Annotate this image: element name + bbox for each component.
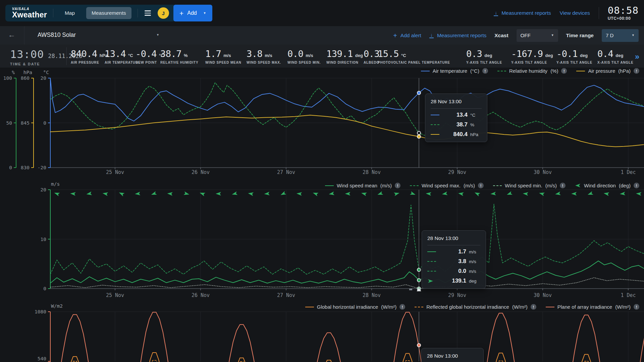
legend-unit: (deg) — [619, 183, 631, 188]
wind-direction-arrow — [603, 191, 609, 196]
tooltip-row: 139.1deg — [427, 278, 480, 284]
chevron-down-icon[interactable]: ▼ — [156, 34, 159, 37]
chevron-right-icon[interactable]: » — [635, 52, 639, 61]
wind-direction-arrow — [86, 191, 92, 196]
xweather-logo[interactable]: VAISALA Xweather — [12, 7, 47, 19]
wind-direction-arrow — [410, 191, 416, 196]
back-arrow-icon[interactable]: ← — [8, 31, 15, 39]
dash-swatch — [493, 185, 502, 186]
chart1-legend: Air temperature(°C)!Relative humidity(%)… — [421, 68, 639, 74]
chart1-tooltip: 28 Nov 13:0013.4°C38.7%840.4hPa — [425, 94, 487, 142]
view-devices-link[interactable]: View devices — [560, 10, 590, 16]
measurement-reports-link-2[interactable]: ↓ Measurement reports — [429, 33, 486, 39]
crosshair-marker — [417, 279, 421, 282]
measurement-label: WIND SPEED MIN. — [287, 61, 321, 64]
tooltip-swatch — [431, 134, 439, 135]
dash-swatch — [427, 261, 436, 262]
device-bar: ← AWS810 Solar ▼ + Add alert ↓ Measureme… — [0, 26, 644, 45]
wind-direction-arrow — [394, 191, 400, 196]
info-icon[interactable]: ! — [634, 304, 639, 310]
measurement-item: 0.0m/sWIND SPEED MIN. — [287, 49, 321, 64]
tooltip-title: 28 Nov 13:00 — [431, 98, 482, 105]
measurement-label: RELATIVE HUMIDITY — [160, 61, 198, 64]
axis-label: °C — [43, 70, 49, 75]
legend-label: Global horizontal irradiance — [317, 304, 378, 310]
chart3-legend: Global horizontal irradiance(W/m²)!Refle… — [305, 304, 639, 310]
axis-label: 30 Nov — [534, 169, 552, 175]
tooltip-unit: m/s — [469, 269, 480, 274]
measurement-value: 840.4 — [71, 49, 97, 59]
legend-item[interactable]: Wind speed min.(m/s)! — [493, 183, 566, 188]
legend-item[interactable]: Global horizontal irradiance(W/m²)! — [305, 304, 405, 310]
axis-label: 27 Nov — [277, 292, 295, 298]
wind-direction-arrow-icon — [575, 183, 581, 188]
tooltip-row: 3.8m/s — [427, 258, 480, 265]
device-selector[interactable]: AWS810 Solar — [38, 32, 76, 39]
tooltip-value: 13.4 — [439, 112, 468, 118]
info-icon[interactable]: ! — [395, 183, 400, 188]
info-icon[interactable]: ! — [399, 304, 405, 310]
info-icon[interactable]: ! — [531, 304, 536, 310]
legend-item[interactable]: Wind direction(deg)! — [575, 183, 639, 188]
crosshair-handle[interactable] — [409, 289, 412, 290]
legend-label: Reflected global horizontal irradiance — [426, 304, 509, 310]
measurement-item: 840.4hPaAIR PRESSURE — [71, 49, 108, 64]
measurement-unit: deg — [355, 53, 363, 58]
info-icon[interactable]: ! — [560, 183, 566, 188]
legend-item[interactable]: Relative humidity(%)! — [497, 68, 567, 74]
top-right-actions: ↓ Measurement reports View devices 08:58… — [494, 5, 639, 21]
legend-unit: (W/m²) — [615, 304, 631, 310]
add-button[interactable]: + Add ▼ — [173, 5, 212, 21]
axis-label: 29 Nov — [448, 292, 466, 298]
menu-icon[interactable] — [144, 9, 152, 17]
legend-item[interactable]: Wind speed mean(m/s)! — [325, 183, 400, 188]
tab-measurements[interactable]: Measurements — [86, 7, 131, 19]
wind-direction-arrow — [248, 191, 254, 196]
measurement-reports-link[interactable]: ↓ Measurement reports — [494, 10, 551, 16]
axis-label: -20 — [38, 165, 46, 170]
info-icon[interactable]: ! — [482, 68, 488, 74]
global-horizontal-irradiance-line — [60, 353, 644, 362]
plane-of-array-irradiance-line — [53, 312, 644, 362]
axis-label: 845 — [21, 120, 30, 126]
legend-item[interactable]: Wind speed max.(m/s)! — [410, 183, 484, 188]
measurement-value: 139.1 — [326, 49, 353, 59]
wind-direction-arrow — [199, 191, 205, 196]
info-icon[interactable]: ! — [478, 183, 484, 188]
add-alert-link[interactable]: + Add alert — [393, 32, 421, 39]
tooltip-value: 3.8 — [436, 258, 466, 265]
line-swatch — [325, 185, 334, 186]
user-avatar[interactable]: J — [158, 7, 169, 19]
time-range-select[interactable]: 7 D ▼ — [602, 29, 639, 42]
dash-swatch — [410, 185, 419, 186]
measurement-value: 15.5 — [378, 49, 399, 59]
info-icon[interactable]: ! — [634, 68, 639, 74]
axis-label: 860 — [21, 75, 30, 81]
axis-label: 0 — [43, 120, 46, 126]
axis-label: 540 — [38, 356, 46, 361]
info-icon[interactable]: ! — [561, 68, 567, 74]
tooltip-title: 28 Nov 13:00 — [427, 235, 480, 241]
legend-unit: (°C) — [470, 68, 479, 74]
legend-item[interactable]: Air pressure(hPa)! — [576, 68, 639, 74]
legend-item[interactable]: Plane of array irradiance(W/m²)! — [546, 304, 639, 310]
legend-item[interactable]: Reflected global horizontal irradiance(W… — [415, 304, 536, 310]
wind-direction-arrow — [490, 192, 496, 196]
xcast-select[interactable]: OFF ▼ — [517, 29, 558, 42]
divider — [427, 245, 480, 245]
wind-direction-arrow — [70, 192, 76, 196]
legend-label: Wind speed min. — [505, 183, 542, 188]
axis-label: 25 Nov — [106, 292, 124, 298]
wind-direction-arrow — [539, 191, 545, 196]
legend-item[interactable]: Air temperature(°C)! — [421, 68, 488, 74]
info-icon[interactable]: ! — [634, 183, 639, 188]
xweather-measurements-page: { "nav": { "brand_small": "VAISALA", "br… — [0, 0, 644, 362]
wind-direction-arrow — [264, 192, 270, 196]
axis-label: 1080 — [35, 309, 46, 314]
plus-icon: + — [179, 10, 183, 17]
wind-direction-arrow — [118, 191, 124, 196]
tab-map[interactable]: Map — [59, 7, 80, 19]
dash-swatch — [497, 71, 506, 71]
measurement-item: 0.4degX-AXIS TILT ANGLE — [597, 49, 634, 64]
legend-unit: (%) — [550, 68, 558, 74]
